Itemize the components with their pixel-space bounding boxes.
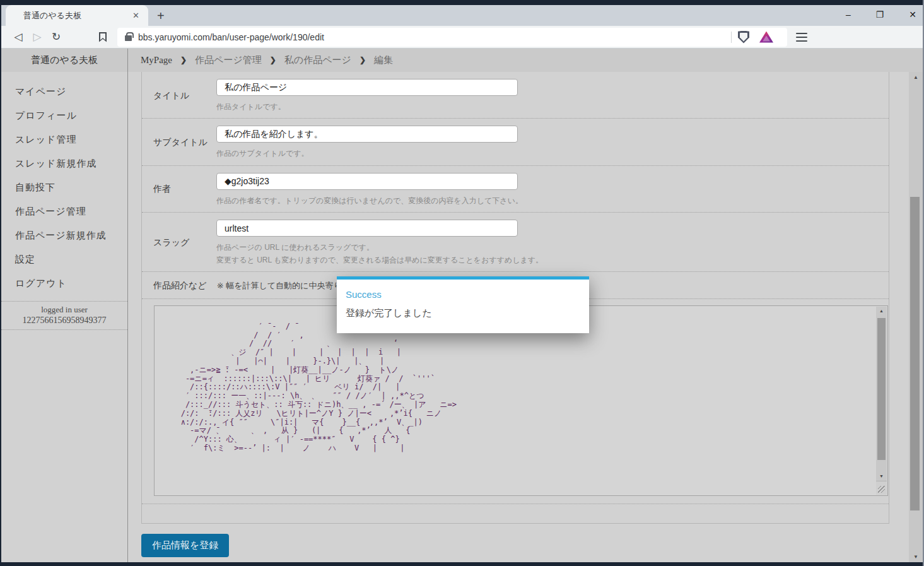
sidebar-menu: マイページ プロフィール スレッド管理 スレッド新規作成 自動投下 作品ページ管… [1, 72, 127, 295]
form-row-title: タイトル 作品タイトルです。 [142, 72, 889, 119]
sidebar-item-logout[interactable]: ログアウト [1, 271, 127, 295]
browser-toolbar: ◁ ▷ ↻ bbs.yaruyomi.com/ban/user-page/wor… [1, 26, 923, 49]
submit-work-info-button[interactable]: 作品情報を登録 [141, 534, 229, 557]
breadcrumb-mypage[interactable]: MyPage [141, 55, 172, 66]
form-row-subtitle: サブタイトル 作品のサブタイトルです。 [142, 119, 889, 165]
sidebar: 普通のやる夫板 マイページ プロフィール スレッド管理 スレッド新規作成 自動投… [1, 49, 128, 562]
sidebar-item-auto-post[interactable]: 自動投下 [1, 175, 127, 199]
chevron-right-icon: ❯ [360, 56, 366, 65]
subtitle-label: サブタイトル [153, 137, 216, 148]
breadcrumb-work-manage[interactable]: 作品ページ管理 [195, 54, 262, 66]
brave-shield-icon[interactable] [738, 31, 749, 44]
new-tab-button[interactable]: + [157, 9, 165, 23]
close-button[interactable]: ✕ [909, 9, 916, 20]
brave-rewards-icon[interactable] [759, 32, 773, 43]
scroll-up-icon[interactable]: ▲ [909, 74, 923, 80]
window-controls: – ❐ ✕ [846, 6, 916, 23]
sidebar-item-work-new[interactable]: 作品ページ新規作成 [1, 223, 127, 247]
breadcrumb: MyPage ❯ 作品ページ管理 ❯ 私の作品ページ ❯ 編集 [128, 49, 923, 72]
forward-icon: ▷ [28, 30, 47, 44]
slug-label: スラッグ [153, 237, 216, 249]
window-bottom-border [1, 562, 923, 566]
subtitle-input[interactable] [216, 126, 518, 143]
breadcrumb-my-work-page[interactable]: 私の作品ページ [284, 54, 351, 66]
bookmark-glyph [99, 32, 107, 42]
page-scrollbar-thumb[interactable] [910, 197, 920, 510]
intro-label: 作品紹介など [153, 280, 207, 292]
resize-grip-icon[interactable] [876, 481, 887, 495]
chevron-right-icon: ❯ [180, 56, 187, 65]
url-text[interactable]: bbs.yaruyomi.com/ban/user-page/work/190/… [138, 32, 725, 42]
logged-in-label: logged in user [1, 305, 127, 315]
toast-title: Success [346, 289, 579, 300]
tab-strip: 普通のやる夫板 ✕ + – ❐ ✕ [1, 5, 923, 26]
page-body: 普通のやる夫板 マイページ プロフィール スレッド管理 スレッド新規作成 自動投… [1, 49, 923, 562]
sidebar-item-work-manage[interactable]: 作品ページ管理 [1, 199, 127, 223]
author-label: 作者 [153, 184, 216, 195]
success-toast[interactable]: Success 登録が完了しました [337, 276, 589, 333]
sidebar-item-thread-new[interactable]: スレッド新規作成 [1, 151, 127, 175]
scroll-down-icon[interactable]: ▼ [909, 554, 923, 560]
sidebar-item-mypage[interactable]: マイページ [1, 80, 127, 103]
ascii-art-content: ′ ̄ - / ̄ / / ′ , / // ′ 、 ‘ 、ジ /″ | | |… [167, 314, 457, 453]
main-content: タイトル 作品タイトルです。 サブタイトル 作品のサブタイトルです。 [128, 72, 909, 562]
breadcrumb-edit: 編集 [374, 54, 393, 66]
scroll-up-icon[interactable]: ▲ [876, 309, 887, 313]
sidebar-item-thread-manage[interactable]: スレッド管理 [1, 127, 127, 151]
minimize-button[interactable]: – [846, 9, 851, 20]
maximize-button[interactable]: ❐ [876, 9, 884, 20]
chevron-right-icon: ❯ [270, 56, 276, 65]
window-top-border [1, 0, 923, 5]
tab-title: 普通のやる夫板 [23, 10, 130, 21]
slug-help-2: 変更すると URL も変わりますので、変更される場合は早めに変更することをおすす… [216, 255, 543, 266]
back-icon[interactable]: ◁ [9, 30, 28, 44]
page-scrollbar[interactable]: ▲ ▼ [909, 72, 923, 562]
lock-icon[interactable] [125, 35, 132, 41]
title-help: 作品タイトルです。 [216, 102, 518, 112]
sidebar-item-profile[interactable]: プロフィール [1, 103, 127, 127]
slug-help-1: 作品ページの URL に使われるスラッグです。 [216, 242, 543, 253]
form-row-author: 作者 作品の作者名です。トリップの変換は行いませんので、変換後の内容を入力して下… [142, 166, 889, 213]
sidebar-title: 普通のやる夫板 [1, 49, 127, 72]
scroll-down-icon[interactable]: ▼ [876, 474, 887, 478]
tab-close-icon[interactable]: ✕ [130, 11, 142, 20]
content-column: MyPage ❯ 作品ページ管理 ❯ 私の作品ページ ❯ 編集 タイトル 作品タ [128, 49, 923, 562]
browser-tab[interactable]: 普通のやる夫板 ✕ [6, 5, 148, 26]
intro-textarea[interactable]: ′ ̄ - / ̄ / / ′ , / // ′ 、 ‘ 、ジ /″ | | |… [154, 305, 888, 496]
logged-in-user-box: logged in user 1227566156958949377 [1, 301, 127, 330]
title-label: タイトル [153, 90, 216, 102]
main-wrap: タイトル 作品タイトルです。 サブタイトル 作品のサブタイトルです。 [128, 72, 923, 562]
logged-in-user-id: 1227566156958949377 [1, 315, 127, 326]
author-input[interactable] [216, 173, 518, 190]
slug-input[interactable] [216, 220, 518, 237]
urlbar-divider [731, 32, 732, 43]
subtitle-help: 作品のサブタイトルです。 [216, 148, 518, 159]
reload-icon[interactable]: ↻ [47, 30, 66, 44]
address-bar[interactable]: bbs.yaruyomi.com/ban/user-page/work/190/… [117, 28, 787, 47]
textarea-scrollbar-thumb[interactable] [877, 318, 886, 460]
title-input[interactable] [216, 79, 518, 96]
menu-icon[interactable] [796, 33, 807, 42]
sidebar-item-settings[interactable]: 設定 [1, 247, 127, 271]
panel-footer [142, 504, 889, 523]
form-row-slug: スラッグ 作品ページの URL に使われるスラッグです。 変更すると URL も… [142, 213, 889, 272]
textarea-scrollbar[interactable]: ▲ ▼ [876, 307, 887, 495]
bookmark-glyph-inner [100, 33, 105, 40]
toast-message: 登録が完了しました [346, 307, 579, 319]
browser-window: 普通のやる夫板 ✕ + – ❐ ✕ ◁ ▷ ↻ bbs.yaruyomi.com… [0, 0, 924, 566]
bookmark-icon[interactable] [93, 32, 112, 42]
author-help: 作品の作者名です。トリップの変換は行いませんので、変換後の内容を入力して下さい。 [216, 196, 523, 206]
